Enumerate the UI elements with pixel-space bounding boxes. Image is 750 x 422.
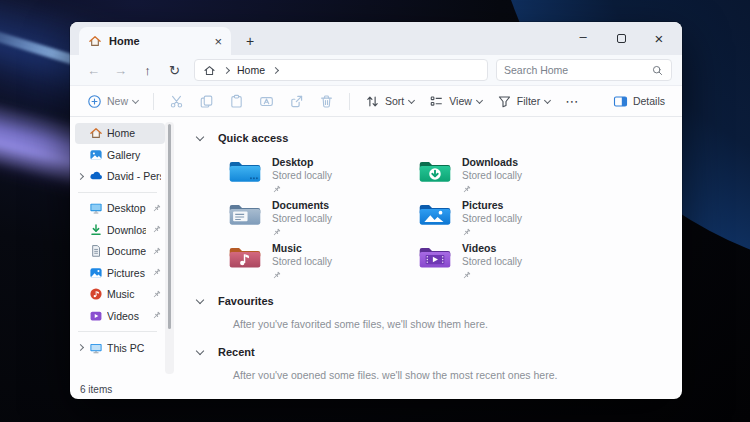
sidebar-divider	[78, 192, 157, 193]
tile-desktop[interactable]: Desktop Stored locally	[228, 156, 418, 195]
sidebar-item-gallery[interactable]: Gallery	[75, 144, 165, 165]
new-button[interactable]: New	[80, 89, 145, 113]
sidebar-item-videos[interactable]: Videos	[75, 305, 165, 326]
sidebar-item-this-pc[interactable]: This PC	[75, 337, 165, 358]
details-button[interactable]: Details	[606, 89, 672, 113]
pin-icon	[462, 270, 522, 282]
this-pc-icon	[89, 341, 103, 355]
titlebar[interactable]: Home × + – ×	[70, 22, 682, 55]
forward-button[interactable]: →	[107, 63, 134, 78]
file-explorer-window: Home × + – × ← → ↑ ↻ Home	[70, 22, 682, 399]
section-favourites[interactable]: Favourites	[192, 292, 674, 310]
sidebar-item-pictures[interactable]: Pictures	[75, 262, 165, 283]
tile-music[interactable]: Music Stored locally	[228, 242, 418, 281]
filter-icon	[497, 94, 512, 109]
search-box[interactable]	[496, 59, 672, 81]
collapse-chevron-icon[interactable]	[196, 347, 204, 355]
sidebar-scrollbar[interactable]	[165, 122, 174, 374]
videos-folder-icon	[418, 243, 452, 271]
pin-icon	[152, 247, 161, 256]
refresh-button[interactable]: ↻	[161, 63, 188, 78]
new-tab-button[interactable]: +	[246, 34, 254, 48]
home-icon	[89, 126, 103, 140]
command-bar: New	[70, 86, 682, 117]
tile-videos[interactable]: Videos Stored locally	[418, 242, 608, 281]
rename-icon	[259, 94, 274, 109]
share-button[interactable]	[282, 89, 311, 113]
pin-icon	[152, 290, 161, 299]
pin-icon	[272, 227, 332, 239]
sidebar-item-home[interactable]: Home	[75, 123, 165, 144]
music-icon	[89, 287, 103, 301]
rename-button[interactable]	[252, 89, 281, 113]
search-input[interactable]	[504, 64, 647, 76]
pin-icon	[462, 184, 522, 196]
documents-icon	[89, 244, 103, 258]
breadcrumb-chevron-icon[interactable]	[272, 66, 279, 73]
favourites-empty-hint: After you've favorited some files, we'll…	[233, 318, 674, 330]
view-button[interactable]: View	[422, 89, 489, 113]
chevron-down-icon	[408, 96, 415, 103]
address-bar[interactable]: Home	[194, 59, 488, 81]
view-icon	[429, 94, 444, 109]
navigation-bar: ← → ↑ ↻ Home	[70, 55, 682, 86]
more-options-button[interactable]: ⋯	[558, 89, 586, 113]
ellipsis-icon: ⋯	[565, 94, 579, 109]
sidebar-item-desktop[interactable]: Desktop	[75, 198, 165, 219]
plus-circle-icon	[89, 95, 100, 106]
minimize-button[interactable]: –	[564, 24, 602, 54]
section-quick-access[interactable]: Quick access	[192, 129, 674, 147]
sidebar-item-downloads[interactable]: Downloads	[75, 219, 165, 240]
toolbar-divider	[153, 93, 154, 110]
onedrive-icon	[89, 169, 103, 183]
pin-icon	[272, 270, 332, 282]
paste-icon	[229, 94, 244, 109]
tile-documents[interactable]: Documents Stored locally	[228, 199, 418, 238]
section-recent[interactable]: Recent	[192, 343, 674, 361]
delete-button[interactable]	[312, 89, 341, 113]
chevron-down-icon	[544, 96, 551, 103]
paste-button[interactable]	[222, 89, 251, 113]
maximize-icon	[617, 34, 626, 43]
pictures-icon	[89, 266, 103, 280]
details-pane-icon	[613, 94, 628, 109]
tab-home[interactable]: Home ×	[79, 27, 231, 55]
expand-chevron-icon[interactable]	[77, 172, 84, 179]
pin-icon	[462, 227, 522, 239]
tile-pictures[interactable]: Pictures Stored locally	[418, 199, 608, 238]
desktop-icon	[89, 201, 103, 215]
filter-button[interactable]: Filter	[490, 89, 557, 113]
cut-button[interactable]	[162, 89, 191, 113]
back-button[interactable]: ←	[80, 63, 107, 78]
collapse-chevron-icon[interactable]	[196, 296, 204, 304]
tab-close-icon[interactable]: ×	[214, 35, 222, 48]
music-folder-icon	[228, 243, 262, 271]
recent-empty-hint: After you've opened some files, we'll sh…	[233, 369, 674, 379]
collapse-chevron-icon[interactable]	[196, 133, 204, 141]
navigation-pane: Home Gallery David - Persona	[70, 117, 165, 379]
pin-icon	[272, 184, 332, 196]
sidebar-item-music[interactable]: Music	[75, 284, 165, 305]
downloads-folder-icon	[418, 157, 452, 185]
desktop-wallpaper: Home × + – × ← → ↑ ↻ Home	[0, 0, 750, 422]
sort-icon	[365, 94, 380, 109]
expand-chevron-icon[interactable]	[77, 344, 84, 351]
item-count: 6 items	[80, 384, 112, 395]
scrollbar-thumb[interactable]	[168, 124, 171, 329]
breadcrumb-home-icon[interactable]	[203, 64, 216, 77]
tab-title: Home	[109, 35, 207, 47]
copy-button[interactable]	[192, 89, 221, 113]
breadcrumb-home[interactable]: Home	[237, 64, 265, 76]
sort-button[interactable]: Sort	[358, 89, 421, 113]
tile-downloads[interactable]: Downloads Stored locally	[418, 156, 608, 195]
pin-icon	[152, 311, 161, 320]
maximize-button[interactable]	[602, 24, 640, 54]
chevron-down-icon	[132, 96, 139, 103]
sidebar-item-documents[interactable]: Documents	[75, 241, 165, 262]
chevron-down-icon	[476, 96, 483, 103]
up-button[interactable]: ↑	[134, 63, 161, 78]
close-button[interactable]: ×	[640, 24, 678, 54]
sidebar-item-onedrive[interactable]: David - Persona	[75, 166, 165, 187]
cut-icon	[169, 94, 184, 109]
quick-access-grid: Desktop Stored locally	[228, 156, 674, 281]
